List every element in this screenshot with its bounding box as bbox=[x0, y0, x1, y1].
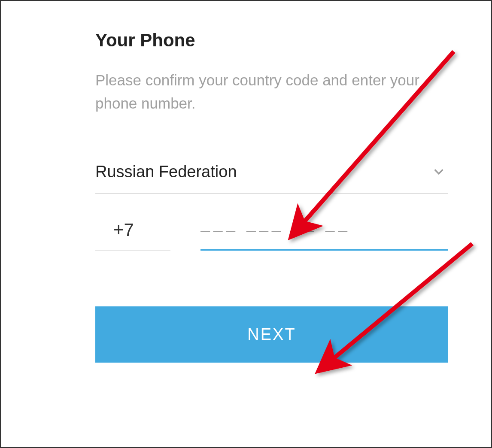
country-select[interactable]: Russian Federation bbox=[95, 163, 448, 194]
phone-prefix: +7 bbox=[113, 220, 134, 240]
phone-input-row: +7 bbox=[95, 220, 448, 251]
phone-prefix-wrap: +7 bbox=[95, 220, 170, 251]
phone-number-input[interactable] bbox=[200, 221, 448, 240]
page-subtitle: Please confirm your country code and ent… bbox=[95, 69, 448, 115]
page-title: Your Phone bbox=[95, 30, 448, 51]
chevron-down-icon bbox=[433, 166, 445, 178]
country-selected-label: Russian Federation bbox=[95, 163, 237, 181]
next-button[interactable]: NEXT bbox=[95, 306, 448, 363]
